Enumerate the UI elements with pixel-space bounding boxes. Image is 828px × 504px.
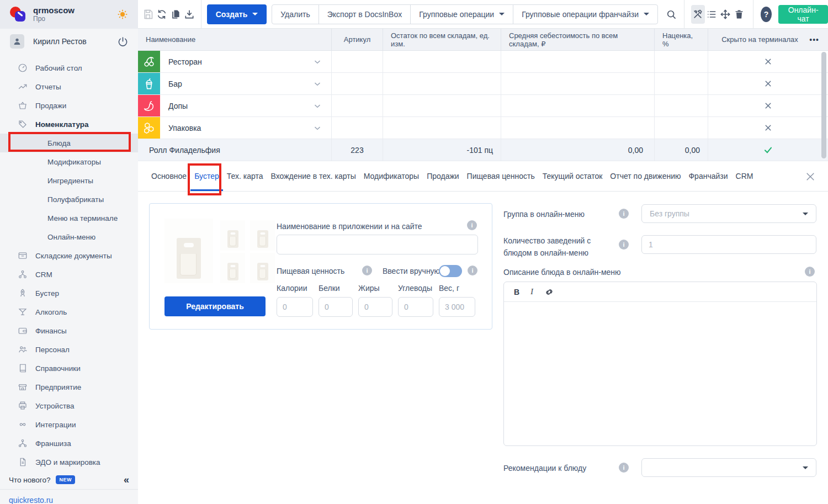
user-row[interactable]: Кирилл Рестов	[0, 29, 138, 54]
product-image-thumb[interactable]	[250, 253, 275, 283]
tab-tech-card[interactable]: Тех. карта	[223, 161, 267, 191]
tab-movement-report[interactable]: Отчет по движению	[606, 161, 684, 191]
fats-input[interactable]	[358, 297, 392, 317]
header-hidden[interactable]: Скрыто на терминалах •••	[708, 29, 828, 50]
export-docsinbox-button[interactable]: Экспорт в DocsInBox	[319, 4, 411, 24]
table-scrollbar[interactable]	[821, 52, 826, 158]
trash-button[interactable]	[733, 5, 746, 24]
sidebar-item-finance[interactable]: Финансы	[0, 321, 138, 340]
table-row-bar[interactable]: Бар	[138, 73, 828, 95]
header-avg-cost[interactable]: Средняя себестоимость по всем складам, ₽	[501, 29, 654, 50]
download-button[interactable]	[183, 5, 197, 24]
tab-tech-card-usage[interactable]: Вхождение в тех. карты	[267, 161, 359, 191]
recommendations-select[interactable]	[641, 458, 816, 477]
product-image-thumb[interactable]	[220, 220, 245, 251]
header-name[interactable]: Наименование	[138, 29, 331, 50]
info-icon[interactable]: i	[805, 267, 815, 277]
tab-modifiers[interactable]: Модификаторы	[360, 161, 423, 191]
theme-sun-icon[interactable]	[117, 9, 128, 20]
info-icon[interactable]: i	[468, 266, 477, 275]
tab-nutrition[interactable]: Пищевая ценность	[463, 161, 539, 191]
copy-button[interactable]	[169, 5, 183, 24]
sidebar-item-devices[interactable]: Устройства	[0, 396, 138, 415]
sidebar-item-dishes[interactable]: Блюда	[0, 134, 138, 152]
sidebar-item-staff[interactable]: Персонал	[0, 340, 138, 359]
calories-input[interactable]	[277, 297, 313, 317]
whats-new-row[interactable]: Что нового? NEW «	[0, 471, 138, 488]
info-icon[interactable]: i	[619, 463, 629, 473]
chevron-down-icon[interactable]	[312, 95, 322, 116]
tab-sales[interactable]: Продажи	[423, 161, 463, 191]
group-operations-button[interactable]: Групповые операции	[410, 4, 513, 24]
info-icon[interactable]: i	[619, 209, 629, 219]
app-name-input[interactable]	[277, 235, 478, 254]
venues-count-input[interactable]	[641, 235, 816, 254]
weight-input[interactable]	[439, 297, 475, 317]
sidebar-item-terminal-menu[interactable]: Меню на терминале	[0, 209, 138, 227]
manual-entry-toggle[interactable]	[439, 265, 462, 277]
product-image-thumb[interactable]	[220, 253, 245, 283]
italic-button[interactable]: I	[530, 288, 533, 296]
sidebar-item-reports[interactable]: Отчеты	[0, 77, 138, 96]
sidebar-item-edo[interactable]: ЭДО и маркировка	[0, 453, 138, 471]
search-button[interactable]	[665, 5, 678, 24]
list-view-button[interactable]	[705, 5, 719, 24]
tab-main[interactable]: Основное	[147, 161, 190, 191]
description-editor-body[interactable]	[504, 302, 816, 445]
sidebar-item-online-menu[interactable]: Онлайн-меню	[0, 227, 138, 246]
sidebar-item-franchise[interactable]: Франшиза	[0, 434, 138, 453]
header-markup[interactable]: Наценка, %	[654, 29, 708, 50]
sidebar-item-crm[interactable]: CRM	[0, 265, 138, 284]
create-button[interactable]: Создать	[207, 4, 267, 24]
product-image-thumb[interactable]	[250, 220, 275, 251]
quickresto-link[interactable]: quickresto.ru	[0, 491, 138, 504]
table-row-extras[interactable]: Допы	[138, 95, 828, 117]
sidebar-item-ingredients[interactable]: Ингредиенты	[0, 171, 138, 190]
columns-more-button[interactable]: •••	[809, 29, 819, 50]
group-operations-franchise-button[interactable]: Групповые операции франчайзи	[513, 4, 658, 24]
sidebar-item-integrations[interactable]: Интеграции	[0, 415, 138, 434]
chevron-down-icon[interactable]	[312, 117, 322, 139]
tab-franchise[interactable]: Франчайзи	[684, 161, 731, 191]
move-button[interactable]	[719, 5, 733, 24]
close-detail-icon[interactable]	[805, 161, 816, 192]
sidebar-item-booster[interactable]: Бустер	[0, 284, 138, 303]
info-icon[interactable]: i	[619, 240, 629, 250]
sidebar-item-modifiers[interactable]: Модификаторы	[0, 152, 138, 171]
sidebar-item-warehouse-docs[interactable]: Складские документы	[0, 246, 138, 265]
delete-button[interactable]: Удалить	[272, 4, 319, 24]
sidebar-item-alcohol[interactable]: Алкоголь	[0, 303, 138, 321]
info-icon[interactable]: i	[362, 266, 372, 275]
table-row-product[interactable]: Ролл Филадельфия 223 -101 пц 0,00 0,00	[138, 139, 828, 161]
sidebar-item-enterprise[interactable]: Предприятие	[0, 378, 138, 396]
help-button[interactable]: ?	[761, 7, 772, 22]
sidebar-item-directories[interactable]: Справочники	[0, 359, 138, 378]
tab-crm[interactable]: CRM	[732, 161, 757, 191]
sidebar-item-dashboard[interactable]: Рабочий стол	[0, 59, 138, 77]
settings-tools-button[interactable]	[691, 5, 705, 24]
online-chat-button[interactable]: Онлайн-чат	[778, 5, 828, 24]
table-row-packaging[interactable]: Упаковка	[138, 117, 828, 139]
logout-power-icon[interactable]	[118, 36, 128, 47]
tab-current-stock[interactable]: Текущий остаток	[539, 161, 607, 191]
sidebar-item-semifinished[interactable]: Полуфабрикаты	[0, 190, 138, 209]
info-icon[interactable]: i	[467, 220, 477, 230]
sidebar-item-sales[interactable]: Продажи	[0, 96, 138, 115]
header-article[interactable]: Артикул	[331, 29, 383, 50]
collapse-sidebar-icon[interactable]: «	[124, 474, 129, 486]
product-image-large[interactable]	[164, 219, 213, 283]
refresh-button[interactable]	[155, 5, 169, 24]
sidebar-item-nomenclature[interactable]: Номенклатура	[0, 115, 138, 134]
edit-button[interactable]: Редактировать	[164, 296, 266, 316]
tab-booster[interactable]: Бустер	[190, 161, 223, 191]
save-button[interactable]	[141, 5, 155, 24]
table-row-restaurant[interactable]: Ресторан	[138, 51, 828, 73]
proteins-input[interactable]	[319, 297, 353, 317]
header-stock[interactable]: Остаток по всем складам, ед. изм.	[383, 29, 501, 50]
carbs-input[interactable]	[398, 297, 433, 317]
chevron-down-icon[interactable]	[312, 51, 322, 72]
online-group-select[interactable]: Без группы	[641, 204, 816, 223]
bold-button[interactable]: B	[514, 288, 519, 296]
link-button[interactable]	[544, 287, 554, 297]
chevron-down-icon[interactable]	[312, 73, 322, 94]
